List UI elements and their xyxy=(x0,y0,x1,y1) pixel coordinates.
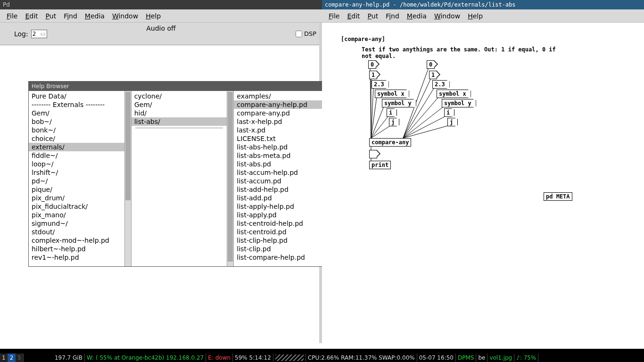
help-browser-divider xyxy=(135,128,223,128)
help-browser-item[interactable]: bob~/ xyxy=(29,117,124,126)
help-browser-item[interactable]: pd~/ xyxy=(29,177,124,185)
help-browser-item[interactable]: Pure Data/ xyxy=(29,92,124,100)
help-browser-item[interactable]: pique/ xyxy=(29,185,124,194)
help-browser-item[interactable]: list-clip-help.pd xyxy=(234,236,330,245)
menu-file[interactable]: File xyxy=(4,11,20,21)
help-browser-col1: Pure Data/-------- Externals --------Gem… xyxy=(29,91,132,266)
help-browser-item[interactable]: list-clip.pd xyxy=(234,245,330,253)
help-browser-item[interactable]: compare-any-help.pd xyxy=(234,100,330,109)
help-browser-item[interactable]: complex-mod~-help.pd xyxy=(29,236,124,245)
help-browser-item[interactable]: LICENSE.txt xyxy=(234,134,330,143)
pd-main-titlebar[interactable]: Pd xyxy=(0,0,322,9)
patch-heading: [compare-any] xyxy=(341,36,385,42)
help-browser-item[interactable]: sigmund~/ xyxy=(29,219,124,228)
numbox-left-1[interactable]: 1 xyxy=(369,71,377,79)
help-browser-item[interactable]: cyclone/ xyxy=(132,92,227,100)
msg-right-i[interactable]: i xyxy=(444,108,452,117)
patch-canvas[interactable]: [compare-any] Test if two anythings are … xyxy=(322,23,644,349)
patch-menu-find[interactable]: Find xyxy=(383,11,402,21)
numbox-right-0[interactable]: 0 xyxy=(427,60,435,69)
msg-right-symbol-y[interactable]: symbol y xyxy=(442,99,473,107)
msg-right-j[interactable]: j xyxy=(447,118,455,126)
music-status: ♪: 75% xyxy=(514,354,538,362)
help-browser-item[interactable]: hid/ xyxy=(132,109,227,117)
msg-left-symbol-y[interactable]: symbol y xyxy=(382,99,413,107)
pd-main-menubar: File Edit Put Find Media Window Help xyxy=(0,9,322,23)
menu-window[interactable]: Window xyxy=(109,11,141,21)
patch-menu-window[interactable]: Window xyxy=(431,11,463,21)
workspace-5[interactable]: 5 xyxy=(16,354,24,362)
patch-menu-media[interactable]: Media xyxy=(404,11,429,21)
help-browser-item[interactable]: pix_drum/ xyxy=(29,194,124,202)
patch-titlebar[interactable]: compare-any-help.pd - /home/waldek/Pd/ex… xyxy=(322,0,644,9)
help-browser-item[interactable]: hilbert~-help.pd xyxy=(29,245,124,253)
help-browser-item[interactable]: bonk~/ xyxy=(29,126,124,134)
msg-right-symbol-x[interactable]: symbol x xyxy=(437,90,468,98)
workspace-2[interactable]: 2 xyxy=(8,354,16,362)
help-browser-item[interactable]: list-centroid.pd xyxy=(234,228,330,236)
help-browser-titlebar[interactable]: Help Browser xyxy=(29,82,336,91)
numbox-left-0[interactable]: 0 xyxy=(368,60,376,69)
msg-left-symbol-x[interactable]: symbol x xyxy=(375,90,406,98)
cpu-ram-swap: CPU:2.66% RAM:11.37% SWAP:0.00% xyxy=(306,354,417,362)
help-browser-item[interactable]: Gem/ xyxy=(132,100,227,109)
patch-menu-edit[interactable]: Edit xyxy=(344,11,363,21)
menu-find[interactable]: Find xyxy=(61,11,80,21)
numbox-output[interactable] xyxy=(369,150,377,158)
help-browser-item[interactable]: list-add.pd xyxy=(234,194,330,202)
patch-menu-file[interactable]: File xyxy=(326,11,342,21)
help-browser-item[interactable]: list-abs/ xyxy=(132,117,227,126)
patch-menu-help[interactable]: Help xyxy=(465,11,486,21)
numbox-right-1[interactable]: 1 xyxy=(429,71,437,79)
hb-col1-scrollbar[interactable] xyxy=(124,91,131,266)
menu-edit[interactable]: Edit xyxy=(22,11,41,21)
help-browser-item[interactable]: list-abs-meta.pd xyxy=(234,151,330,160)
load-graph xyxy=(273,354,306,362)
help-browser-item[interactable]: list-abs.pd xyxy=(234,160,330,168)
help-browser-item[interactable]: rev1~-help.pd xyxy=(29,253,124,262)
help-browser-item[interactable]: list-abs-help.pd xyxy=(234,143,330,151)
help-browser-item[interactable]: list-compare-help.pd xyxy=(234,253,330,262)
pd-main-toolbar: Log: 2▭ Audio off DSP xyxy=(0,23,322,45)
help-browser-item[interactable]: choice/ xyxy=(29,134,124,143)
msg-left-2.3[interactable]: 2.3 xyxy=(372,80,386,89)
msg-left-j[interactable]: j xyxy=(389,118,396,126)
msg-left-i[interactable]: i xyxy=(387,108,394,117)
log-label: Log: xyxy=(14,30,28,38)
help-browser-item[interactable]: last-x.pd xyxy=(234,126,330,134)
help-browser-item[interactable]: pix_mano/ xyxy=(29,211,124,219)
svg-line-3 xyxy=(371,97,377,138)
dsp-checkbox[interactable] xyxy=(296,31,302,37)
obj-print[interactable]: print xyxy=(369,161,391,169)
patch-menu-put[interactable]: Put xyxy=(365,11,381,21)
datetime: 05-07 16:50 xyxy=(417,354,456,362)
help-browser-item[interactable]: list-accum-help.pd xyxy=(234,168,330,177)
help-browser-item[interactable]: last-x-help.pd xyxy=(234,117,330,126)
obj-compare-any[interactable]: compare-any xyxy=(369,138,411,147)
svg-line-5 xyxy=(371,116,388,138)
help-browser-item[interactable]: list-apply-help.pd xyxy=(234,202,330,211)
help-browser-item[interactable]: -------- Externals -------- xyxy=(29,100,124,109)
workspace-1[interactable]: 1 xyxy=(0,354,8,362)
menu-media[interactable]: Media xyxy=(82,11,107,21)
help-browser-item[interactable]: list-accum.pd xyxy=(234,177,330,185)
help-browser-item[interactable]: Gem/ xyxy=(29,109,124,117)
menu-help[interactable]: Help xyxy=(143,11,164,21)
help-browser-item[interactable]: lrshift~/ xyxy=(29,168,124,177)
help-browser-item[interactable]: list-add-help.pd xyxy=(234,185,330,194)
hb-col2-scrollbar[interactable] xyxy=(227,91,233,266)
help-browser-item[interactable]: fiddle~/ xyxy=(29,151,124,160)
obj-pd-meta[interactable]: pd META xyxy=(544,192,572,201)
help-browser-item[interactable]: pix_fiducialtrack/ xyxy=(29,202,124,211)
help-browser-item[interactable]: stdout/ xyxy=(29,228,124,236)
dpms-status: DPMS xyxy=(456,354,476,362)
help-browser-item[interactable]: list-centroid-help.pd xyxy=(234,219,330,228)
help-browser-item[interactable]: loop~/ xyxy=(29,160,124,168)
help-browser-item[interactable]: list-apply.pd xyxy=(234,211,330,219)
help-browser-item[interactable]: compare-any.pd xyxy=(234,109,330,117)
msg-right-2.3[interactable]: 2.3 xyxy=(432,80,447,89)
log-level-input[interactable]: 2▭ xyxy=(31,30,47,38)
help-browser-item[interactable]: examples/ xyxy=(234,92,330,100)
menu-put[interactable]: Put xyxy=(43,11,59,21)
help-browser-item[interactable]: externals/ xyxy=(29,143,124,151)
